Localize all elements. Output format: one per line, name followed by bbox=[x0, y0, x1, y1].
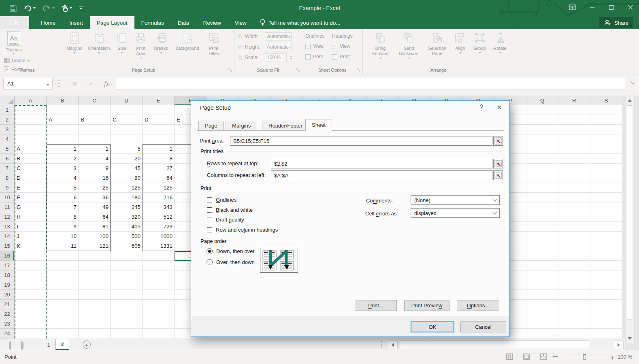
minimize-button[interactable] bbox=[590, 4, 595, 12]
scroll-right-button[interactable] bbox=[614, 341, 624, 349]
page-layout-view-button[interactable] bbox=[523, 353, 530, 361]
zoom-level[interactable]: 100 % bbox=[618, 354, 633, 360]
row-header-6[interactable]: 6 bbox=[0, 154, 14, 164]
undo-button[interactable] bbox=[23, 5, 36, 11]
customize-quick-access-button[interactable] bbox=[79, 6, 83, 10]
cancel-button[interactable]: Cancel bbox=[460, 321, 506, 332]
rotate-button[interactable]: Rotate bbox=[491, 31, 509, 65]
scale-to-fit-dialog-launcher[interactable] bbox=[296, 68, 300, 72]
gridlines-view-checkbox[interactable]: View bbox=[305, 41, 329, 51]
row-header-4[interactable]: 4 bbox=[0, 134, 14, 144]
scroll-down-button[interactable] bbox=[626, 334, 633, 343]
row-header-3[interactable]: 3 bbox=[0, 125, 14, 134]
headings-print-checkbox[interactable]: Print bbox=[332, 51, 356, 62]
cancel-entry-button[interactable]: ✕ bbox=[68, 78, 82, 89]
send-backward-button[interactable]: Send Backward bbox=[396, 31, 422, 65]
themes-button[interactable]: Aa Themes bbox=[3, 31, 24, 55]
dialog-close-button[interactable]: ✕ bbox=[495, 104, 504, 111]
close-button[interactable] bbox=[628, 4, 633, 12]
redo-dropdown-icon[interactable] bbox=[52, 7, 55, 9]
row-header-7[interactable]: 7 bbox=[0, 164, 14, 173]
row-header-14[interactable]: 14 bbox=[0, 232, 14, 241]
tab-view[interactable]: View bbox=[228, 16, 253, 29]
scroll-up-button[interactable] bbox=[626, 96, 633, 104]
row-header-22[interactable]: 22 bbox=[0, 309, 14, 319]
formula-input[interactable] bbox=[116, 78, 625, 89]
new-sheet-button[interactable]: + bbox=[83, 341, 91, 349]
column-header-E[interactable]: E bbox=[143, 96, 175, 105]
over-then-down-radio[interactable]: Over, then down bbox=[207, 259, 255, 265]
touch-mouse-mode-button[interactable] bbox=[62, 4, 72, 12]
print-area-input[interactable]: B5:C15;E5:F15 bbox=[230, 136, 492, 146]
row-header-20[interactable]: 20 bbox=[0, 290, 14, 300]
scroll-left-button[interactable] bbox=[388, 341, 398, 349]
tab-scroll-splitter[interactable] bbox=[381, 341, 382, 347]
align-button[interactable]: Align bbox=[452, 31, 469, 65]
print-titles-button[interactable]: Print Titles bbox=[204, 31, 223, 65]
group-button[interactable]: Group bbox=[471, 31, 489, 65]
tab-file[interactable]: File bbox=[0, 16, 29, 29]
width-field[interactable]: Automatic bbox=[265, 32, 292, 41]
vertical-scrollbar[interactable] bbox=[626, 96, 633, 343]
down-then-over-radio[interactable]: Down, then over bbox=[207, 248, 255, 254]
black-and-white-checkbox[interactable]: Black and white bbox=[207, 206, 253, 213]
colors-button[interactable]: Colors bbox=[4, 56, 30, 65]
column-header-A[interactable]: A bbox=[15, 96, 47, 105]
background-button[interactable]: Background bbox=[172, 31, 203, 65]
row-header-5[interactable]: 5 bbox=[0, 144, 14, 154]
column-header-C[interactable]: C bbox=[79, 96, 111, 105]
sheet-tab-1[interactable]: 1 bbox=[42, 339, 55, 350]
breaks-button[interactable]: Breaks bbox=[152, 31, 170, 65]
rows-repeat-input[interactable]: $2:$2 bbox=[271, 159, 492, 168]
row-header-10[interactable]: 10 bbox=[0, 193, 14, 202]
touch-mode-dropdown-icon[interactable] bbox=[70, 7, 72, 9]
enter-entry-button[interactable]: ✓ bbox=[84, 78, 98, 89]
zoom-out-button[interactable] bbox=[553, 356, 558, 357]
previous-sheet-button[interactable] bbox=[9, 343, 11, 349]
select-all-corner[interactable] bbox=[0, 96, 15, 105]
cell-errors-dropdown[interactable]: displayed bbox=[411, 208, 500, 218]
row-header-18[interactable]: 18 bbox=[0, 270, 14, 280]
gridlines-checkbox[interactable]: Gridlines bbox=[207, 196, 236, 203]
redo-button[interactable] bbox=[43, 5, 55, 11]
tab-insert[interactable]: Insert bbox=[62, 16, 90, 29]
column-header-S[interactable]: S bbox=[590, 96, 622, 105]
column-header-Q[interactable]: Q bbox=[526, 96, 558, 105]
next-sheet-button[interactable] bbox=[21, 343, 23, 349]
maximize-button[interactable] bbox=[609, 4, 614, 12]
vertical-scroll-thumb[interactable] bbox=[627, 105, 632, 320]
tab-page-layout[interactable]: Page Layout bbox=[90, 16, 134, 29]
zoom-slider-thumb[interactable] bbox=[583, 354, 586, 360]
orientation-button[interactable]: Orientation bbox=[86, 31, 112, 65]
dialog-tab-sheet[interactable]: Sheet bbox=[305, 119, 332, 131]
ok-button[interactable]: OK bbox=[411, 321, 454, 332]
name-box-dropdown-icon[interactable] bbox=[47, 84, 49, 86]
horizontal-scroll-thumb[interactable] bbox=[400, 341, 589, 349]
row-header-11[interactable]: 11 bbox=[0, 202, 14, 212]
dialog-tab-margins[interactable]: Margins bbox=[226, 121, 257, 131]
row-column-headings-checkbox[interactable]: Row and column headings bbox=[207, 226, 278, 233]
row-header-19[interactable]: 19 bbox=[0, 280, 14, 290]
row-header-13[interactable]: 13 bbox=[0, 222, 14, 232]
print-button[interactable]: Print... bbox=[355, 300, 397, 311]
row-header-23[interactable]: 23 bbox=[0, 319, 14, 329]
headings-view-checkbox[interactable]: View bbox=[332, 41, 356, 51]
page-setup-dialog-launcher[interactable] bbox=[228, 68, 232, 72]
zoom-in-button[interactable]: + bbox=[611, 354, 614, 362]
sheet-tab-2[interactable]: 2 bbox=[55, 339, 69, 350]
column-header-R[interactable]: R bbox=[558, 96, 590, 105]
insert-function-button[interactable]: fx bbox=[100, 78, 113, 89]
normal-view-button[interactable] bbox=[506, 353, 513, 361]
ribbon-display-options-button[interactable] bbox=[569, 4, 576, 12]
row-header-8[interactable]: 8 bbox=[0, 173, 14, 183]
bring-forward-button[interactable]: Bring Forward bbox=[368, 31, 393, 65]
column-header-B[interactable]: B bbox=[47, 96, 79, 105]
sheet-options-dialog-launcher[interactable] bbox=[357, 68, 361, 72]
row-header-15[interactable]: 15 bbox=[0, 241, 14, 251]
print-area-button[interactable]: Print Area bbox=[132, 31, 150, 65]
scale-field[interactable]: 100 % bbox=[265, 53, 287, 62]
columns-repeat-input[interactable]: $A:$A bbox=[271, 170, 492, 180]
rows-repeat-range-selector-button[interactable] bbox=[493, 159, 503, 168]
options-button[interactable]: Options... bbox=[457, 300, 499, 311]
share-button[interactable]: Share bbox=[599, 17, 633, 28]
